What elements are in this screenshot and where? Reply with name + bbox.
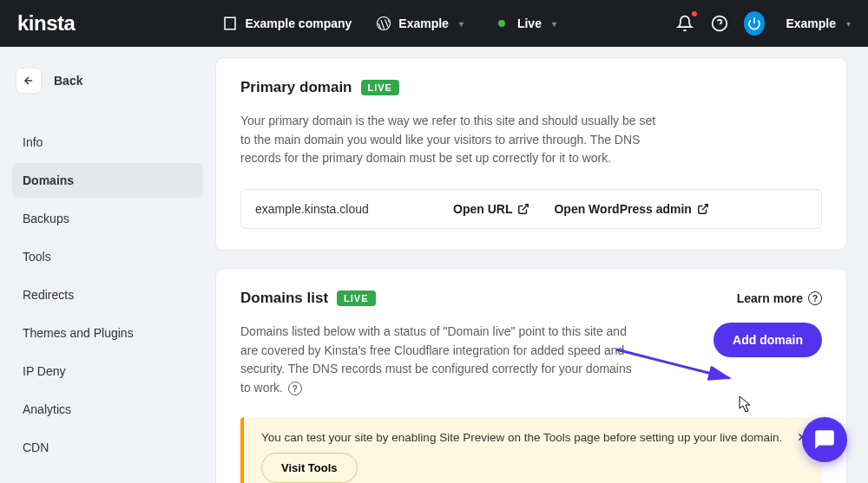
external-link-icon: [517, 203, 529, 215]
add-domain-button[interactable]: Add domain: [713, 323, 822, 357]
primary-domain-row: example.kinsta.cloud Open URL Open WordP…: [240, 189, 822, 229]
arrow-left-icon: [23, 75, 35, 87]
chat-icon: [813, 428, 836, 451]
domains-list-desc: Domains listed below with a status of "D…: [240, 323, 640, 398]
logo: kinsta: [17, 11, 75, 36]
help-circle-icon: ?: [808, 291, 822, 305]
company-selector[interactable]: Example company: [222, 16, 352, 31]
nav-themes-plugins[interactable]: Themes and Plugins: [12, 316, 203, 350]
domains-list-title: Domains list: [240, 290, 328, 307]
power-icon: [744, 11, 765, 36]
topbar: kinsta Example company Example ▾ Live ▾ …: [0, 0, 868, 47]
visit-tools-button[interactable]: Visit Tools: [261, 453, 358, 483]
sidebar: Back Info Domains Backups Tools Redirect…: [0, 47, 215, 483]
main-content: Primary domain LIVE Your primary domain …: [215, 47, 868, 483]
nav-backups[interactable]: Backups: [12, 201, 203, 236]
site-preview-alert: You can test your site by enabling Site …: [240, 417, 822, 483]
company-name: Example company: [245, 16, 352, 30]
svg-line-11: [702, 205, 707, 210]
primary-domain-card: Primary domain LIVE Your primary domain …: [215, 57, 847, 251]
chat-widget-button[interactable]: [802, 417, 847, 462]
back-label: Back: [54, 74, 82, 88]
env-selector[interactable]: Live ▾: [498, 16, 556, 30]
notifications-button[interactable]: [674, 13, 695, 34]
nav-redirects[interactable]: Redirects: [12, 277, 203, 312]
live-badge: LIVE: [337, 290, 375, 306]
svg-rect-0: [225, 17, 235, 29]
chevron-down-icon: ▾: [552, 19, 556, 29]
help-icon: [711, 15, 728, 32]
live-dot-icon: [498, 20, 505, 27]
primary-domain-title: Primary domain: [240, 79, 352, 96]
building-icon: [222, 16, 238, 31]
nav-analytics[interactable]: Analytics: [12, 392, 203, 427]
site-name: Example: [398, 16, 449, 30]
power-button[interactable]: [744, 13, 765, 34]
chevron-down-icon[interactable]: ▾: [846, 19, 851, 29]
live-badge: LIVE: [361, 80, 399, 95]
svg-line-10: [523, 205, 528, 210]
user-name: Example: [786, 16, 836, 30]
env-label: Live: [517, 16, 542, 30]
learn-more-link[interactable]: Learn more ?: [737, 291, 822, 305]
help-button[interactable]: [709, 13, 730, 34]
open-url-button[interactable]: Open URL: [453, 202, 529, 216]
notification-badge: [692, 11, 697, 16]
external-link-icon: [697, 203, 709, 215]
help-circle-icon[interactable]: ?: [288, 382, 302, 395]
nav-cdn[interactable]: CDN: [12, 430, 203, 465]
domains-list-card: Domains list LIVE Learn more ? Domains l…: [215, 268, 847, 483]
back-button[interactable]: [16, 68, 42, 94]
nav-ip-deny[interactable]: IP Deny: [12, 354, 203, 388]
primary-domain-value: example.kinsta.cloud: [255, 202, 429, 216]
site-selector[interactable]: Example ▾: [376, 16, 464, 31]
back-row: Back: [12, 68, 203, 94]
primary-domain-desc: Your primary domain is the way we refer …: [240, 112, 657, 168]
alert-text: You can test your site by enabling Site …: [261, 431, 782, 444]
chevron-down-icon: ▾: [459, 19, 464, 29]
open-wp-admin-button[interactable]: Open WordPress admin: [554, 202, 708, 216]
nav-domains[interactable]: Domains: [12, 163, 203, 198]
nav-info[interactable]: Info: [12, 125, 203, 160]
bell-icon: [676, 15, 694, 32]
nav-tools[interactable]: Tools: [12, 239, 203, 274]
wordpress-icon: [376, 16, 391, 31]
